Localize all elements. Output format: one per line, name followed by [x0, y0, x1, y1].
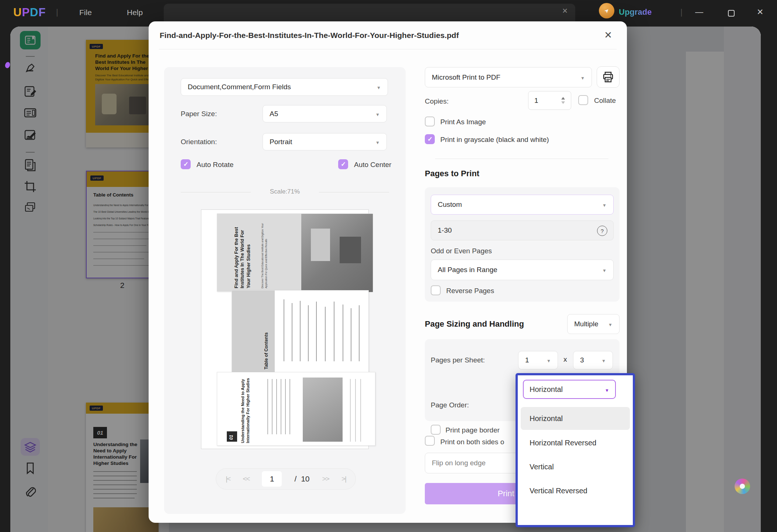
print-as-image-label: Print As Image — [440, 118, 486, 126]
orientation-select[interactable]: Portrait — [263, 133, 387, 150]
chevron-down-icon — [375, 110, 380, 118]
page-range-mode-select[interactable]: Custom — [431, 195, 614, 215]
window-divider: | — [680, 7, 683, 17]
stepper-up-icon[interactable] — [561, 97, 565, 100]
updf-logo: UPDF — [13, 6, 46, 19]
sheet-rows-select[interactable]: 3 — [573, 351, 613, 369]
menu-help[interactable]: Help — [127, 8, 143, 17]
reverse-pages-checkbox[interactable] — [431, 285, 441, 295]
page-total: 10 — [301, 474, 309, 483]
help-icon[interactable]: ? — [597, 226, 607, 236]
content-select[interactable]: Document,Comment,Form Fields — [181, 78, 388, 96]
logo-letter: U — [13, 6, 22, 19]
preview-page3-heading: Understanding the Need to Apply Internat… — [240, 375, 251, 443]
current-page-input[interactable]: 1 — [262, 471, 282, 487]
printer-icon — [602, 71, 614, 83]
grayscale-checkbox[interactable] — [425, 134, 435, 144]
chevron-down-icon — [375, 138, 380, 146]
option-vertical-reversed[interactable]: Vertical Reversed — [521, 479, 630, 502]
paper-size-label: Paper Size: — [181, 110, 217, 118]
maximize-button[interactable] — [728, 10, 735, 17]
chevron-down-icon — [605, 385, 609, 394]
chevron-down-icon — [602, 201, 607, 209]
tab-close-icon[interactable]: ✕ — [562, 7, 568, 15]
last-page-icon[interactable]: >| — [341, 475, 346, 483]
scale-label: Scale:71% — [164, 188, 406, 195]
range-mode-value: Custom — [438, 201, 462, 209]
grayscale-label: Print in grayscale (black and white) — [440, 136, 549, 144]
pages-per-sheet-label: Pages per Sheet: — [431, 356, 485, 364]
dialog-title: Find-and-Apply-For-the-Best-Institutes-I… — [160, 31, 584, 40]
both-sides-checkbox[interactable] — [425, 436, 435, 446]
rows-value: 3 — [580, 356, 584, 364]
option-vertical[interactable]: Vertical — [521, 455, 630, 478]
stepper-down-icon[interactable] — [561, 101, 565, 104]
sizing-mode-value: Multiple — [574, 320, 598, 328]
logo-letter: F — [38, 6, 46, 19]
auto-rotate-checkbox[interactable] — [181, 159, 191, 169]
copies-value: 1 — [534, 97, 538, 105]
auto-rotate-label: Auto Rotate — [197, 161, 233, 169]
chevron-down-icon — [377, 83, 381, 91]
first-page-icon[interactable]: |< — [226, 475, 230, 483]
page-separator: / — [295, 474, 297, 483]
preview-01-box: 01 — [227, 431, 237, 442]
prev-page-icon[interactable]: << — [243, 475, 249, 483]
print-page-border-checkbox[interactable] — [431, 425, 441, 435]
custom-range-input[interactable]: 1-30 ? — [431, 220, 614, 240]
option-horizontal-reversed[interactable]: Horizontal Reversed — [521, 431, 630, 454]
preview-page-2: Table of Contents — [232, 290, 369, 374]
dialog-close-icon[interactable]: ✕ — [604, 29, 612, 41]
orientation-label: Orientation: — [181, 138, 217, 146]
page-order-dropdown: Horizontal Horizontal Horizontal Reverse… — [516, 373, 635, 527]
printer-properties-button[interactable] — [597, 66, 620, 88]
preview-page-1: Find and Apply For the Best Institutes I… — [217, 213, 372, 292]
page-order-select[interactable]: Horizontal — [523, 380, 616, 399]
minimize-button[interactable]: — — [695, 7, 703, 17]
print-preview: Find and Apply For the Best Institutes I… — [201, 209, 369, 449]
copies-stepper[interactable]: 1 — [528, 91, 571, 110]
upgrade-rocket-icon[interactable]: ➤ — [599, 3, 614, 18]
window-close-button[interactable]: ✕ — [757, 7, 763, 17]
next-page-icon[interactable]: >> — [322, 475, 329, 483]
preview-page-3: 01 Understanding the Need to Apply Inter… — [217, 372, 375, 446]
auto-center-checkbox[interactable] — [338, 159, 348, 169]
subset-select[interactable]: All Pages in Range — [431, 260, 614, 280]
app-window: UPDF | File Help ✕ ➤ Upgrade | — ✕ — [0, 0, 777, 532]
chevron-down-icon — [601, 356, 606, 364]
copies-label: Copies: — [425, 97, 448, 105]
printer-select[interactable]: Microsoft Print to PDF — [425, 67, 592, 87]
scale-rule — [319, 192, 389, 192]
range-value: 1-30 — [438, 226, 452, 234]
subset-value: All Pages in Range — [438, 266, 497, 274]
logo-letter: P — [22, 6, 30, 19]
upgrade-button[interactable]: Upgrade — [619, 7, 652, 17]
paper-size-value: A5 — [270, 110, 278, 118]
preview-toc-title: Table of Contents — [264, 299, 269, 369]
sizing-mode-select[interactable]: Multiple — [567, 314, 620, 334]
content-select-value: Document,Comment,Form Fields — [188, 83, 291, 91]
cols-value: 1 — [525, 356, 529, 364]
menu-file[interactable]: File — [79, 8, 92, 17]
collate-checkbox[interactable] — [578, 95, 588, 105]
chevron-down-icon — [580, 73, 585, 81]
print-as-image-checkbox[interactable] — [425, 117, 435, 126]
orientation-value: Portrait — [270, 138, 292, 146]
odd-even-label: Odd or Even Pages — [431, 247, 492, 255]
option-horizontal[interactable]: Horizontal — [521, 407, 630, 430]
pages-to-print-heading: Pages to Print — [425, 169, 479, 178]
preview-page3-photo — [303, 378, 343, 442]
preview-pager: |< << 1 / 10 >> >| — [216, 468, 356, 490]
cursor-dot — [4, 61, 11, 69]
preview-cover-photo — [301, 214, 373, 292]
paper-size-select[interactable]: A5 — [263, 105, 387, 122]
page-order-label: Page Order: — [431, 401, 469, 409]
ai-assistant-icon[interactable] — [735, 479, 750, 494]
printer-value: Microsoft Print to PDF — [432, 73, 500, 81]
both-sides-label: Print on both sides o — [440, 438, 514, 446]
print-preview-panel: Document,Comment,Form Fields Paper Size:… — [164, 67, 406, 514]
sheet-cols-select[interactable]: 1 — [518, 351, 558, 369]
flip-edge-value: Flip on long edge — [432, 459, 486, 467]
reverse-pages-label: Reverse Pages — [446, 287, 494, 295]
logo-letter: D — [30, 6, 38, 19]
